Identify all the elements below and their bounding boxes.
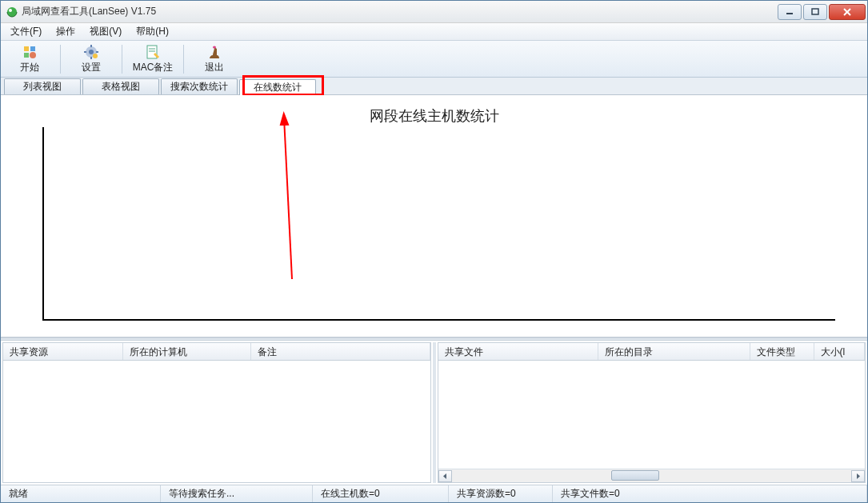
bottom-panes: 共享资源 所在的计算机 备注 共享文件 所在的目录 文件类型 大小(l xyxy=(1,341,867,485)
scroll-thumb[interactable] xyxy=(611,470,659,481)
right-pane-body[interactable] xyxy=(438,361,866,469)
start-icon xyxy=(22,44,38,60)
svg-point-13 xyxy=(93,54,98,58)
shared-resources-pane: 共享资源 所在的计算机 备注 xyxy=(2,342,431,483)
toolbar-separator xyxy=(183,45,184,74)
window-title: 局域网查看工具(LanSee) V1.75 xyxy=(22,5,778,18)
chart-y-axis xyxy=(42,127,44,321)
status-resources: 共享资源数=0 xyxy=(449,485,553,502)
col-note[interactable]: 备注 xyxy=(251,343,430,360)
exit-icon xyxy=(206,44,222,60)
svg-point-8 xyxy=(89,50,94,54)
toolbar-exit-button[interactable]: 退出 xyxy=(190,42,238,76)
status-ready: 就绪 xyxy=(1,485,161,502)
tab-online-stats[interactable]: 在线数统计 xyxy=(239,79,316,95)
col-shared-file[interactable]: 共享文件 xyxy=(438,343,598,360)
status-waiting: 等待搜索任务... xyxy=(161,485,313,502)
toolbar-mac-note-button[interactable]: MAC备注 xyxy=(129,42,177,76)
vertical-splitter[interactable] xyxy=(433,342,436,483)
chart-x-axis xyxy=(42,319,835,321)
toolbar-mac-note-label: MAC备注 xyxy=(133,61,174,74)
menu-help[interactable]: 帮助(H) xyxy=(130,23,175,40)
gear-icon xyxy=(83,44,99,60)
horizontal-scrollbar[interactable] xyxy=(438,469,866,482)
scroll-track[interactable] xyxy=(452,470,852,482)
tab-row: 列表视图 表格视图 搜索次数统计 在线数统计 xyxy=(1,78,867,95)
toolbar: 开始 设置 MAC备注 退出 xyxy=(1,41,867,78)
menu-view[interactable]: 视图(V) xyxy=(83,23,128,40)
tab-table-view[interactable]: 表格视图 xyxy=(82,78,159,94)
tab-search-stats[interactable]: 搜索次数统计 xyxy=(161,78,238,94)
col-shared-resource[interactable]: 共享资源 xyxy=(3,343,123,360)
svg-point-1 xyxy=(9,9,12,12)
left-column-headers: 共享资源 所在的计算机 备注 xyxy=(3,343,430,361)
svg-point-17 xyxy=(213,46,216,48)
minimize-button[interactable] xyxy=(778,4,802,20)
svg-line-5 xyxy=(844,9,850,15)
right-column-headers: 共享文件 所在的目录 文件类型 大小(l xyxy=(438,343,866,361)
left-pane-body[interactable] xyxy=(3,361,430,482)
col-computer[interactable]: 所在的计算机 xyxy=(123,343,251,360)
chart-axes xyxy=(42,127,835,321)
shared-files-pane: 共享文件 所在的目录 文件类型 大小(l xyxy=(438,342,866,483)
toolbar-separator xyxy=(60,45,61,74)
status-hosts: 在线主机数=0 xyxy=(313,485,449,502)
status-files: 共享文件数=0 xyxy=(553,485,867,502)
note-icon xyxy=(145,44,161,60)
main-area: 网段在线主机数统计 共享资源 所在的计算机 备注 xyxy=(1,95,867,485)
scroll-right-button[interactable] xyxy=(851,470,865,482)
toolbar-start-label: 开始 xyxy=(20,61,39,74)
toolbar-settings-label: 设置 xyxy=(82,61,101,74)
svg-point-6 xyxy=(30,52,36,58)
close-button[interactable] xyxy=(829,4,866,20)
svg-rect-14 xyxy=(147,46,157,58)
app-icon xyxy=(6,6,18,18)
maximize-button[interactable] xyxy=(803,4,827,20)
toolbar-exit-label: 退出 xyxy=(205,61,224,74)
menu-file[interactable]: 文件(F) xyxy=(4,23,48,40)
chart-pane: 网段在线主机数统计 xyxy=(1,95,867,337)
app-window: 局域网查看工具(LanSee) V1.75 文件(F) 操作 视图(V) 帮助(… xyxy=(0,0,868,503)
scroll-left-button[interactable] xyxy=(438,470,452,482)
toolbar-settings-button[interactable]: 设置 xyxy=(67,42,115,76)
col-size[interactable]: 大小(l xyxy=(814,343,866,360)
toolbar-start-button[interactable]: 开始 xyxy=(6,42,54,76)
tab-list-view[interactable]: 列表视图 xyxy=(4,78,81,94)
col-directory[interactable]: 所在的目录 xyxy=(598,343,750,360)
svg-line-4 xyxy=(844,9,850,15)
col-file-type[interactable]: 文件类型 xyxy=(750,343,814,360)
menubar: 文件(F) 操作 视图(V) 帮助(H) xyxy=(1,23,867,41)
toolbar-separator xyxy=(122,45,122,74)
statusbar: 就绪 等待搜索任务... 在线主机数=0 共享资源数=0 共享文件数=0 xyxy=(1,485,867,502)
svg-rect-3 xyxy=(812,9,818,14)
titlebar: 局域网查看工具(LanSee) V1.75 xyxy=(1,1,867,23)
chart-title: 网段在线主机数统计 xyxy=(1,106,867,126)
menu-operate[interactable]: 操作 xyxy=(50,23,82,40)
window-controls xyxy=(778,4,866,20)
